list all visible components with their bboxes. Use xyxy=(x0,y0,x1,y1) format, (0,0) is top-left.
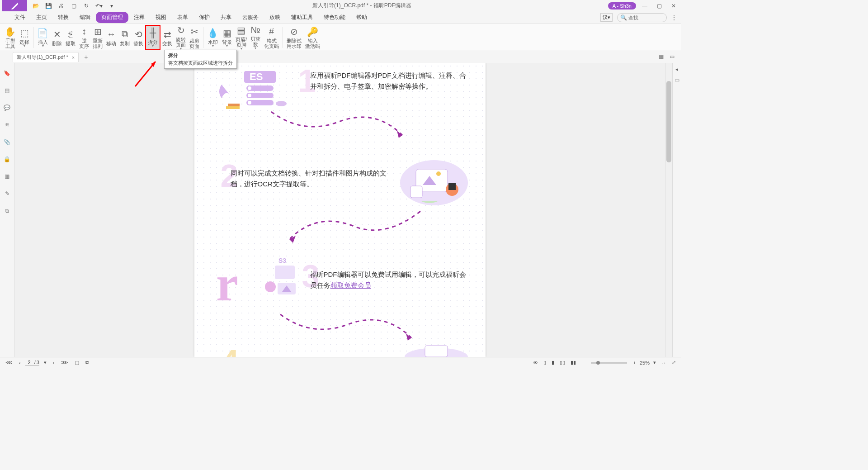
chevron-down-icon: ▾ xyxy=(152,45,154,47)
menu-more-icon[interactable]: ⋮ xyxy=(671,14,677,21)
ribbon-icon: ⊞ xyxy=(94,26,102,37)
qat-open-icon[interactable]: 📂 xyxy=(32,2,40,10)
zoom-slider[interactable] xyxy=(591,362,627,364)
view-single-icon[interactable]: ▯ xyxy=(542,360,548,366)
menu-features[interactable]: 特色功能 xyxy=(318,12,351,23)
vertical-scrollbar[interactable] xyxy=(665,63,672,357)
menu-cloud[interactable]: 云服务 xyxy=(237,12,264,23)
next-page-button[interactable]: › xyxy=(51,360,57,366)
qat-customize-icon[interactable]: ▾ xyxy=(108,2,116,10)
chevron-down-icon: ▾ xyxy=(24,45,25,47)
ribbon-手型工具[interactable]: ✋手型工具 xyxy=(3,25,18,50)
right-panel-icon[interactable]: ▭ xyxy=(673,76,680,84)
nav-fwd-button[interactable]: ⧉ xyxy=(84,360,91,366)
menu-home[interactable]: 主页 xyxy=(31,12,52,23)
document-canvas[interactable]: ES 1 应用福昕PDF编辑器对PDF文档进行编辑、注释、合并和拆分、电子签章、… xyxy=(14,63,665,357)
collapse-right-icon[interactable]: ◂ xyxy=(673,66,680,73)
last-page-button[interactable]: ⋙ xyxy=(59,360,70,366)
menu-annotate[interactable]: 注释 xyxy=(128,12,150,23)
ribbon-交换[interactable]: ⇄交换 xyxy=(160,25,174,50)
qat-save-icon[interactable]: 💾 xyxy=(44,2,52,10)
menu-presentation[interactable]: 放映 xyxy=(264,12,286,23)
tab-close-icon[interactable]: × xyxy=(72,55,75,60)
ribbon-裁剪页面[interactable]: ✂裁剪页面 xyxy=(188,25,201,50)
view-eye-icon[interactable]: 👁 xyxy=(531,360,540,366)
ribbon-替换[interactable]: ⟲替换 xyxy=(132,25,145,50)
view-cont-facing-icon[interactable]: ▮▮ xyxy=(569,360,578,366)
qat-undo-dd-icon[interactable]: ↶▾ xyxy=(95,2,103,10)
reading-view-icon[interactable]: ▭ xyxy=(670,53,677,61)
fit-width-icon[interactable]: ↔ xyxy=(660,360,668,366)
reflow-toggle[interactable]: 汉▾ xyxy=(600,13,613,22)
pages-icon[interactable]: ▤ xyxy=(3,86,11,95)
bookmark-icon[interactable]: 🔖 xyxy=(3,69,11,77)
menu-edit[interactable]: 编辑 xyxy=(74,12,96,23)
zoom-in-button[interactable]: + xyxy=(632,360,638,366)
new-tab-button[interactable]: + xyxy=(84,53,88,61)
close-button[interactable]: ✕ xyxy=(668,1,679,10)
ribbon-旋转页面[interactable]: ↻旋转页面▾ xyxy=(174,25,188,50)
ribbon-输入激活[interactable]: 🔑输入激活码 xyxy=(303,25,322,50)
zoom-dropdown-icon[interactable]: ▾ xyxy=(651,360,658,366)
prev-page-button[interactable]: ‹ xyxy=(17,360,23,366)
svg-point-7 xyxy=(248,94,251,97)
view-continuous-icon[interactable]: ▮ xyxy=(550,360,556,366)
menu-convert[interactable]: 转换 xyxy=(52,12,74,23)
scrollbar-thumb[interactable] xyxy=(666,81,671,162)
ribbon-提取[interactable]: ⎘提取 xyxy=(64,25,77,50)
page-number-input[interactable]: / 3 xyxy=(25,360,39,366)
first-page-button[interactable]: ⋘ xyxy=(4,360,14,366)
user-badge[interactable]: A - Sh3n xyxy=(608,2,636,9)
maximize-button[interactable]: ▢ xyxy=(653,1,665,10)
ribbon-逆页序[interactable]: ↕逆页序 xyxy=(77,25,91,50)
menu-accessibility[interactable]: 辅助工具 xyxy=(286,12,318,23)
compare-icon[interactable]: ⧉ xyxy=(3,207,11,215)
ribbon-插入[interactable]: 📄插入▾ xyxy=(35,25,50,50)
ribbon-复制[interactable]: ⧉复制 xyxy=(118,25,132,50)
search-input[interactable] xyxy=(628,15,660,20)
ribbon-删除试用[interactable]: ⊘删除试用水印 xyxy=(285,25,303,50)
ribbon-水印[interactable]: 💧水印▾ xyxy=(205,25,220,50)
ribbon-贝茨数[interactable]: №贝茨数▾ xyxy=(249,25,262,50)
signature-icon[interactable]: ✎ xyxy=(3,190,11,198)
ribbon-icon: ✋ xyxy=(5,26,16,37)
ribbon-背景[interactable]: ▦背景▾ xyxy=(220,25,234,50)
ribbon-删除[interactable]: ✕删除 xyxy=(50,25,64,50)
ribbon-icon: ⬚ xyxy=(20,28,29,38)
fit-page-icon[interactable]: ⤢ xyxy=(670,360,678,366)
chevron-down-icon: ▾ xyxy=(226,45,228,47)
minimize-button[interactable]: — xyxy=(639,1,651,10)
menu-file[interactable]: 文件 xyxy=(9,12,31,23)
thumbnails-view-icon[interactable]: ▦ xyxy=(659,53,666,61)
menu-share[interactable]: 共享 xyxy=(215,12,237,23)
zoom-out-button[interactable]: − xyxy=(580,360,586,366)
qat-redo-icon[interactable]: ↻ xyxy=(82,2,90,10)
ribbon-格式化页[interactable]: #格式化页码 xyxy=(262,25,281,50)
free-member-link[interactable]: 领取免费会员 xyxy=(330,281,371,289)
nav-back-button[interactable]: ▢ xyxy=(73,360,81,366)
ribbon-重新排列[interactable]: ⊞重新排列 xyxy=(91,25,104,50)
search-box[interactable]: 🔍 xyxy=(617,13,667,22)
menu-help[interactable]: 帮助 xyxy=(351,12,373,23)
view-facing-icon[interactable]: ▯▯ xyxy=(558,360,567,366)
ribbon-选择[interactable]: ⬚选择▾ xyxy=(18,25,31,50)
layers-icon[interactable]: ≋ xyxy=(3,121,11,129)
menu-view[interactable]: 视图 xyxy=(150,12,172,23)
menu-page-manage[interactable]: 页面管理 xyxy=(96,12,128,23)
form-icon[interactable]: ▥ xyxy=(3,172,11,180)
qat-print-icon[interactable]: 🖨 xyxy=(57,2,65,10)
ribbon-页眉/页[interactable]: ▤页眉/页脚▾ xyxy=(234,25,249,50)
menu-form[interactable]: 表单 xyxy=(172,12,193,23)
ribbon-移动[interactable]: ↔移动 xyxy=(104,25,118,50)
menu-protect[interactable]: 保护 xyxy=(193,12,215,23)
attachments-icon[interactable]: 📎 xyxy=(3,138,11,146)
ribbon-label: 交换 xyxy=(162,41,172,46)
comments-icon[interactable]: 💬 xyxy=(3,104,11,112)
ribbon-拆分[interactable]: ╫拆分▾ xyxy=(145,25,160,50)
security-icon[interactable]: 🔒 xyxy=(3,155,11,163)
qat-blank-icon[interactable]: ▢ xyxy=(70,2,78,10)
ribbon-label: 移动 xyxy=(106,41,116,46)
page-dropdown-icon[interactable]: ▾ xyxy=(42,360,48,366)
search-icon: 🔍 xyxy=(620,14,627,21)
document-tab[interactable]: 新人引导(1)_OCR.pdf * × xyxy=(13,52,79,62)
